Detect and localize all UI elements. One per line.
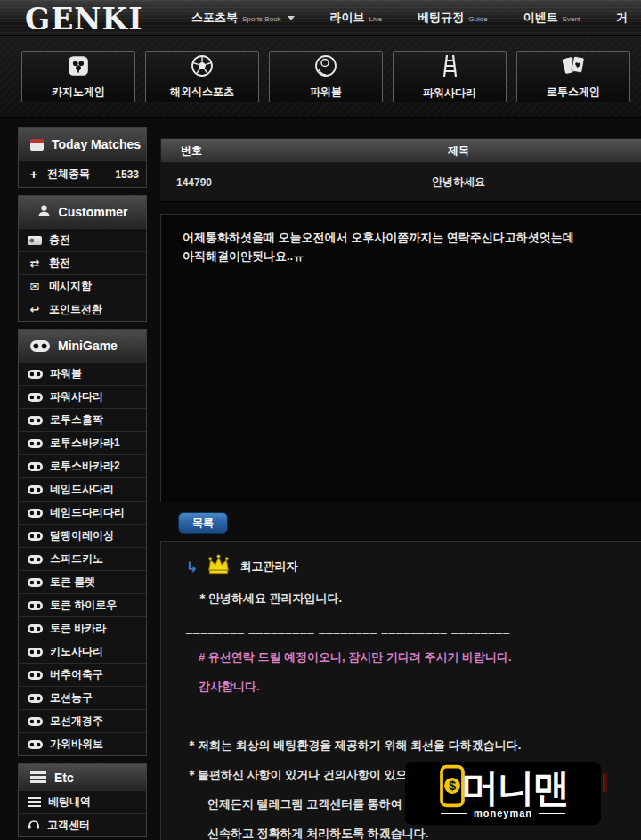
minigame-header: MiniGame xyxy=(19,330,146,362)
sidebar-item-named-daridari[interactable]: 네임드다리다리 xyxy=(19,501,146,524)
main-content: 번호 제목 144790 안녕하세요 어제통화하셧을때 오늘오전에서 오후사이쯤… xyxy=(160,0,641,840)
gamepad-icon xyxy=(28,717,43,726)
watermark-korean: 머니맨 xyxy=(462,763,569,813)
sidebar-item-named-ladder[interactable]: 네임드사다리 xyxy=(19,477,146,501)
gamepad-icon xyxy=(28,578,43,587)
crown-icon xyxy=(206,554,231,579)
sidebar-item-lotus-oddeven[interactable]: 로투스홀짝 xyxy=(19,408,146,431)
gamepad-icon xyxy=(28,439,43,448)
gamepad-icon xyxy=(28,509,43,518)
reply-line: 신속하고 정확하게 처리하도록 하겠습니다. xyxy=(207,825,640,840)
reply-separator: ________ _________ ________ _________ __… xyxy=(186,707,640,724)
sidebar-item-keno-ladder[interactable]: 키노사다리 xyxy=(19,640,146,663)
message-line: 아직해결이안됫나요..ㅠ xyxy=(183,247,637,265)
sidebar-item-all-sports[interactable]: + 전체종목 1533 xyxy=(19,160,146,187)
plus-icon: + xyxy=(28,167,40,182)
gamepad-icon xyxy=(28,393,43,402)
gamepad-icon xyxy=(28,648,43,657)
reply-arrow-icon: ↳ xyxy=(186,559,198,575)
sidebar-item-power-ladder[interactable]: 파워사다리 xyxy=(19,385,146,408)
gamepad-icon xyxy=(28,462,43,471)
sidebar-item-snail-racing[interactable]: 달팽이레이싱 xyxy=(19,524,146,547)
today-matches-box: Today Matches + 전체종목 1533 xyxy=(18,127,147,188)
sidebar-item-withdraw[interactable]: ⇄ 환전 xyxy=(19,251,146,274)
reply-author-row: ↳ 최고관리자 xyxy=(186,550,640,583)
sidebar: Today Matches + 전체종목 1533 Custommer 충전 ⇄ xyxy=(18,127,147,840)
sidebar-item-token-highlow[interactable]: 토큰 하이로우 xyxy=(19,593,146,616)
etc-header: Etc xyxy=(19,764,146,790)
post-title: 안녕하세요 xyxy=(258,175,641,190)
calendar-icon xyxy=(30,139,44,151)
gamepad-icon xyxy=(28,485,43,494)
person-icon xyxy=(37,204,51,220)
gamepad-icon xyxy=(28,555,43,564)
gamepad-icon xyxy=(28,416,43,425)
reply-separator: ________ _________ ________ _________ __… xyxy=(186,619,640,636)
reply-line: ＊저희는 최상의 배팅환경을 제공하기 위해 최선을 다하겠습니다. xyxy=(186,737,640,754)
headset-icon xyxy=(28,819,40,833)
sidebar-item-point-convert[interactable]: ↩ 포인트전환 xyxy=(19,298,146,321)
gamepad-icon xyxy=(30,340,50,352)
svg-text:$: $ xyxy=(448,779,455,793)
board-header: 번호 제목 xyxy=(160,138,641,163)
moneyman-watermark: $ 머니맨 moneyman xyxy=(405,762,601,825)
board-row[interactable]: 144790 안녕하세요 xyxy=(160,163,641,202)
return-arrow-icon: ↩ xyxy=(28,304,42,315)
sidebar-item-speed-keno[interactable]: 스피드키노 xyxy=(19,547,146,570)
sidebar-item-deposit[interactable]: 충전 xyxy=(19,228,146,251)
message-line: 어제통화하셧을때 오늘오전에서 오후사이쯤까지는 연락주신다고하셧엇는데 xyxy=(183,228,637,247)
envelope-icon: ✉ xyxy=(28,281,42,292)
sidebar-item-motion-dograce[interactable]: 모션개경주 xyxy=(19,709,146,732)
sidebar-item-motion-basketball[interactable]: 모션농구 xyxy=(19,686,146,709)
column-title: 제목 xyxy=(259,143,641,159)
list-icon xyxy=(28,797,41,807)
sidebar-item-token-roulette[interactable]: 토큰 룰렛 xyxy=(19,570,146,593)
casino-cards-icon xyxy=(67,54,90,81)
sidebar-item-virtual-soccer[interactable]: 버추어축구 xyxy=(19,663,146,686)
sidebar-item-rock-paper-scissors[interactable]: 가위바위보 xyxy=(19,732,146,755)
gamepad-icon xyxy=(28,370,43,379)
sidebar-item-bet-history[interactable]: 베팅내역 xyxy=(19,790,146,813)
minigame-box: MiniGame 파워볼 파워사다리 로투스홀짝 로투스바카라1 로투스바카라2… xyxy=(18,329,147,756)
all-sports-count: 1533 xyxy=(115,168,139,181)
gamepad-icon xyxy=(28,671,43,680)
gamepad-icon xyxy=(28,624,43,633)
etc-box: Etc 베팅내역 고객센터 xyxy=(18,763,147,837)
gamepad-icon xyxy=(28,532,43,541)
column-number: 번호 xyxy=(161,143,259,159)
post-number: 144790 xyxy=(160,176,258,189)
gamepad-icon xyxy=(28,601,43,610)
hidden-red-element xyxy=(603,773,608,792)
gamepad-icon xyxy=(28,740,43,749)
page: GENKI 스포츠북 Sports Book 라이브 Live 베팅규정 Gui… xyxy=(0,0,641,840)
menu-icon xyxy=(30,771,46,783)
customer-box: Custommer 충전 ⇄ 환전 ✉ 메시지함 ↩ 포인트전환 xyxy=(18,195,147,322)
sidebar-item-lotus-baccarat2[interactable]: 로투스바카라2 xyxy=(19,454,146,477)
casino-game-button[interactable]: 카지노게임 xyxy=(21,51,135,102)
list-button[interactable]: 목록 xyxy=(178,512,228,534)
reply-notice: # 유선연락 드릴 예정이오니, 잠시만 기다려 주시기 바랍니다. xyxy=(199,648,640,665)
today-matches-header: Today Matches xyxy=(19,128,146,160)
sidebar-item-messages[interactable]: ✉ 메시지함 xyxy=(19,274,146,298)
gamepad-icon xyxy=(28,694,43,703)
reply-greeting: ＊안녕하세요 관리자입니다. xyxy=(197,590,640,607)
sidebar-item-customer-center[interactable]: 고객센터 xyxy=(19,813,146,836)
reply-author-name: 최고관리자 xyxy=(239,559,297,575)
sidebar-item-token-baccarat[interactable]: 토큰 바카라 xyxy=(19,616,146,640)
customer-header: Custommer xyxy=(19,196,146,228)
card-icon xyxy=(28,236,42,245)
exchange-arrows-icon: ⇄ xyxy=(28,257,42,269)
sidebar-item-lotus-baccarat1[interactable]: 로투스바카라1 xyxy=(19,431,146,454)
site-logo[interactable]: GENKI xyxy=(25,2,143,37)
message-body: 어제통화하셧을때 오늘오전에서 오후사이쯤까지는 연락주신다고하셧엇는데 아직해… xyxy=(160,214,641,502)
sidebar-item-powerball[interactable]: 파워볼 xyxy=(19,362,146,385)
reply-thanks: 감사합니다. xyxy=(199,678,640,695)
